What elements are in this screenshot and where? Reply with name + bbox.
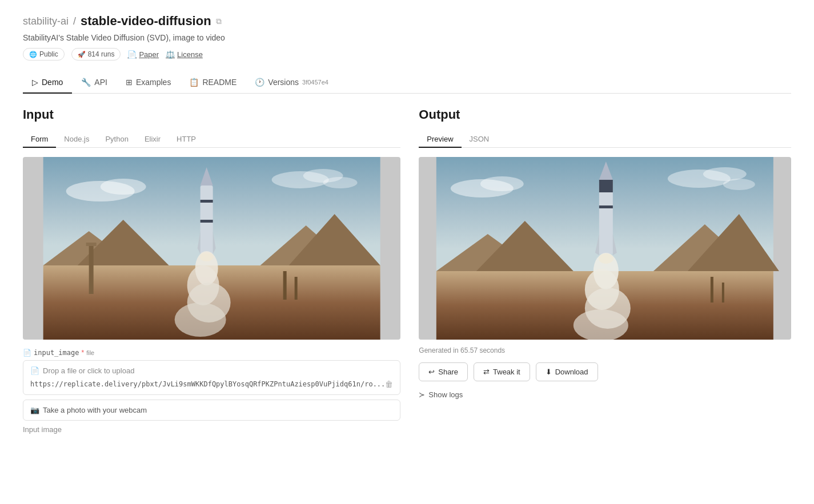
paper-icon: 📄 [127,50,137,59]
svg-point-5 [323,177,358,188]
output-image-preview [419,157,791,340]
field-label: 📄 input_image * file [23,349,400,357]
header-badges: 🌐 Public 🚀 814 runs 📄 Paper ⚖️ License [23,48,791,61]
paper-link[interactable]: 📄 Paper [127,50,159,59]
tab-demo[interactable]: ▷ Demo [23,72,72,94]
tab-api[interactable]: 🔧 API [72,72,117,94]
input-image-preview [23,157,400,340]
field-type: file [86,349,94,356]
output-title: Output [419,107,791,122]
tweak-button[interactable]: ⇄ Tweak it [474,362,530,381]
tweak-label: Tweak it [493,368,520,376]
runs-badge[interactable]: 🚀 814 runs [71,48,121,61]
svg-point-28 [480,176,524,191]
version-badge: 3f0457e4 [302,79,328,86]
share-icon: ↩ [428,368,435,376]
webcam-button[interactable]: 📷 Take a photo with your webcam [23,400,400,421]
readme-icon: 📋 [189,78,199,87]
subtab-json[interactable]: JSON [462,131,498,148]
svg-rect-49 [722,283,724,303]
svg-point-31 [723,179,755,190]
show-logs-button[interactable]: ≻ Show logs [419,388,791,401]
input-title: Input [23,107,400,122]
copy-icon[interactable]: ⧉ [216,17,222,26]
api-icon: 🔧 [81,78,91,87]
output-panel: Output Preview JSON [419,107,791,434]
public-label: Public [39,50,58,58]
main-layout: Input Form Node.js Python Elixir HTTP [23,107,791,434]
generated-info: Generated in 65.57 seconds [419,346,791,354]
org-name[interactable]: stability-ai [23,15,69,27]
svg-rect-40 [599,205,613,208]
subtab-elixir[interactable]: Elixir [137,131,169,148]
versions-icon: 🕐 [255,78,264,87]
delete-file-icon[interactable]: 🗑 [385,380,393,389]
upload-placeholder: Drop a file or click to upload [43,366,134,375]
examples-icon: ⊞ [126,78,133,87]
field-name: input_image [34,349,79,357]
download-label: Download [555,368,588,376]
input-image-label-text: Input image [23,425,400,434]
svg-rect-17 [201,200,213,203]
breadcrumb: stability-ai / stable-video-diffusion ⧉ [23,14,791,29]
svg-rect-25 [295,277,298,300]
tab-examples[interactable]: ⊞ Examples [117,72,180,94]
license-icon: ⚖️ [166,50,175,59]
upload-drop-area[interactable]: 📄 Drop a file or click to upload [30,366,393,375]
svg-rect-18 [201,220,213,223]
subtab-preview[interactable]: Preview [419,131,461,148]
output-rocket-scene [419,157,791,340]
demo-icon: ▷ [32,78,38,87]
subtab-nodejs[interactable]: Node.js [56,131,97,148]
subtab-http[interactable]: HTTP [169,131,204,148]
logs-prefix-icon: ≻ [419,390,425,399]
input-rocket-scene [23,157,400,340]
svg-point-23 [175,303,226,337]
download-icon: ⬇ [546,368,552,376]
svg-rect-39 [599,180,613,192]
download-button[interactable]: ⬇ Download [536,362,598,381]
globe-icon: 🌐 [29,51,37,58]
webcam-label: Take a photo with your webcam [43,406,147,414]
page-header: stability-ai / stable-video-diffusion ⧉ … [23,14,791,61]
output-sub-tabs: Preview JSON [419,131,791,148]
repo-name[interactable]: stable-video-diffusion [81,14,211,29]
tweak-icon: ⇄ [483,368,490,376]
rocket-badge-icon: 🚀 [78,51,86,58]
svg-rect-12 [86,243,97,246]
file-icon: 📄 [23,349,31,357]
tab-versions[interactable]: 🕐 Versions 3f0457e4 [246,72,338,94]
show-logs-label: Show logs [428,390,463,399]
svg-rect-24 [283,271,287,300]
subtab-form[interactable]: Form [23,131,56,148]
file-url-text: https://replicate.delivery/pbxt/JvLi9smW… [30,380,385,388]
license-link[interactable]: ⚖️ License [166,50,203,59]
subtab-python[interactable]: Python [97,131,136,148]
tab-readme[interactable]: 📋 README [180,72,246,94]
runs-label: 814 runs [88,50,115,58]
public-badge[interactable]: 🌐 Public [23,48,65,61]
required-marker: * [81,349,84,357]
svg-point-2 [101,179,146,195]
file-url-row: https://replicate.delivery/pbxt/JvLi9smW… [30,380,393,389]
repo-description: StabilityAI's Stable Video Diffusion (SV… [23,33,791,42]
file-upload-box[interactable]: 📄 Drop a file or click to upload https:/… [23,360,400,395]
input-panel: Input Form Node.js Python Elixir HTTP [23,107,400,434]
share-label: Share [438,368,458,376]
main-tabs: ▷ Demo 🔧 API ⊞ Examples 📋 README 🕐 Versi… [23,72,791,94]
camera-icon: 📷 [30,406,39,414]
breadcrumb-separator: / [73,15,76,27]
upload-file-icon: 📄 [30,366,39,375]
action-buttons: ↩ Share ⇄ Tweak it ⬇ Download [419,362,791,381]
svg-rect-48 [711,277,713,303]
svg-rect-11 [89,243,94,294]
input-sub-tabs: Form Node.js Python Elixir HTTP [23,131,400,148]
share-button[interactable]: ↩ Share [419,362,468,381]
